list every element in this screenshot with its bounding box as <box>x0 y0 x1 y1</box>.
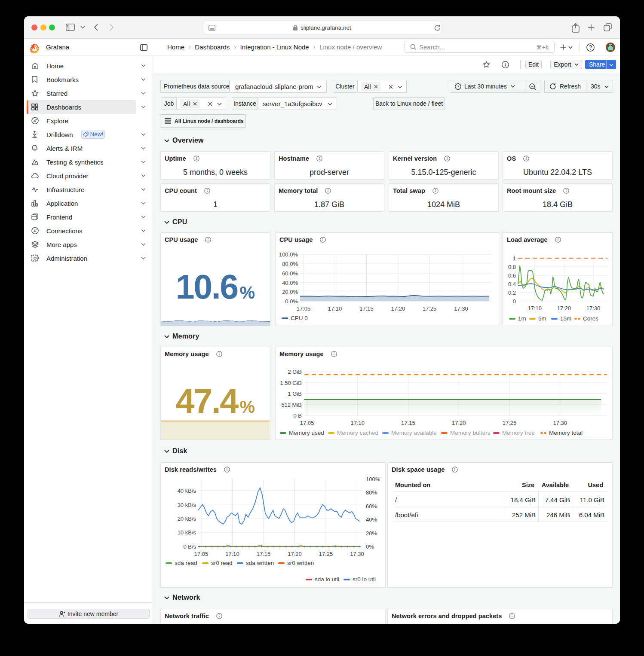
svg-text:20 kB/s: 20 kB/s <box>178 516 196 522</box>
svg-text:80%: 80% <box>366 489 377 496</box>
svg-text:17:15: 17:15 <box>257 551 271 557</box>
svg-text:17:05: 17:05 <box>297 305 311 312</box>
svg-text:0.6: 0.6 <box>508 272 516 279</box>
svg-text:17:10: 17:10 <box>328 305 342 312</box>
svg-text:1.50 GiB: 1.50 GiB <box>280 380 302 386</box>
svg-text:10 kB/s: 10 kB/s <box>178 529 196 536</box>
svg-text:0.4: 0.4 <box>508 281 516 287</box>
svg-text:2 GiB: 2 GiB <box>288 369 302 375</box>
svg-text:17:10: 17:10 <box>351 420 365 426</box>
svg-text:17:30: 17:30 <box>454 305 468 312</box>
svg-text:17:15: 17:15 <box>359 305 374 312</box>
svg-text:40 kB/s: 40 kB/s <box>178 488 196 494</box>
svg-text:17:20: 17:20 <box>288 551 302 557</box>
svg-text:17:25: 17:25 <box>503 420 517 426</box>
svg-text:0.2: 0.2 <box>508 290 516 296</box>
svg-text:512 MiB: 512 MiB <box>281 402 302 408</box>
svg-text:0.0%: 0.0% <box>285 298 298 305</box>
svg-text:40.0%: 40.0% <box>282 280 298 286</box>
svg-text:17:25: 17:25 <box>423 305 437 312</box>
svg-text:0%: 0% <box>366 543 374 550</box>
svg-text:0: 0 <box>513 298 516 305</box>
svg-text:17:15: 17:15 <box>401 420 415 426</box>
svg-text:20%: 20% <box>366 530 377 537</box>
svg-text:80.0%: 80.0% <box>282 261 298 267</box>
svg-text:17:05: 17:05 <box>300 420 314 426</box>
svg-text:17:25: 17:25 <box>319 551 333 557</box>
svg-text:k6: k6 <box>34 162 36 165</box>
svg-text:17:30: 17:30 <box>350 551 364 557</box>
svg-text:17:20: 17:20 <box>557 305 571 311</box>
svg-text:100.0%: 100.0% <box>279 251 298 258</box>
svg-text:1: 1 <box>513 255 516 262</box>
svg-text:17:20: 17:20 <box>452 420 466 426</box>
svg-text:17:30: 17:30 <box>586 305 601 311</box>
svg-text:17:05: 17:05 <box>194 551 209 557</box>
svg-text:100%: 100% <box>366 476 380 482</box>
svg-text:60%: 60% <box>366 503 377 510</box>
svg-text:0 B/s: 0 B/s <box>183 543 196 550</box>
svg-text:0 B: 0 B <box>293 412 302 419</box>
svg-text:17:10: 17:10 <box>225 551 239 557</box>
svg-text:20.0%: 20.0% <box>282 289 298 295</box>
svg-text:17:20: 17:20 <box>391 305 405 312</box>
svg-text:17:10: 17:10 <box>528 305 542 311</box>
svg-text:0.8: 0.8 <box>508 264 516 270</box>
svg-text:40%: 40% <box>366 516 377 523</box>
svg-text:17:30: 17:30 <box>553 420 567 426</box>
svg-text:60.0%: 60.0% <box>282 270 298 277</box>
svg-text:1 GiB: 1 GiB <box>288 391 302 397</box>
svg-text:30 kB/s: 30 kB/s <box>178 502 196 508</box>
